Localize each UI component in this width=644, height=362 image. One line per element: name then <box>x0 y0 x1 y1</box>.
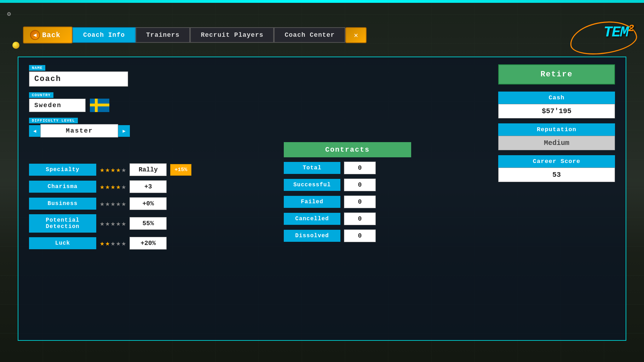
charisma-row: Charisma ★ ★ ★ ★ ★ +3 <box>29 180 284 193</box>
potential-detection-label: Potential Detection <box>29 214 96 233</box>
back-button[interactable]: ◀ Back <box>23 27 73 43</box>
reputation-block: Reputation Medium <box>498 123 615 150</box>
contract-dissolved-label: Dissolved <box>284 230 340 242</box>
potential-detection-row: Potential Detection ★ ★ ★ ★ ★ 55% <box>29 214 284 233</box>
contract-total-label: Total <box>284 162 340 174</box>
potential-detection-stars: ★ ★ ★ ★ ★ <box>100 219 126 228</box>
contract-failed-label: Failed <box>284 196 340 208</box>
back-label: Back <box>42 31 61 39</box>
potential-detection-value: 55% <box>130 217 167 230</box>
specialty-row: Specialty ★ ★ ★ ★ ★ Rally +15% <box>29 163 284 176</box>
career-score-block: Career Score 53 <box>498 155 615 182</box>
contract-successful-row: Successful 0 <box>284 179 418 191</box>
navbar: ◀ Back Coach Info Trainers Recruit Playe… <box>23 27 367 43</box>
reputation-value: Medium <box>498 136 615 150</box>
contract-cancelled-row: Cancelled 0 <box>284 212 418 225</box>
contract-failed-row: Failed 0 <box>284 195 418 208</box>
charisma-label: Charisma <box>29 181 96 193</box>
right-column: Retire Cash $57'195 Reputation Medium Ca… <box>498 64 615 187</box>
luck-value: +20% <box>130 237 167 250</box>
contract-failed-value: 0 <box>344 195 376 208</box>
main-panel: NAME COUNTRY DIFFICULTY LEVEL ◀ ▶ Specia… <box>18 57 626 341</box>
back-arrow-icon: ◀ <box>30 30 40 40</box>
flag-sweden <box>90 99 109 112</box>
career-score-value: 53 <box>498 168 615 182</box>
coach-name-input[interactable] <box>29 71 128 87</box>
reputation-label: Reputation <box>498 123 615 136</box>
difficulty-row: ◀ ▶ <box>29 124 160 138</box>
country-input[interactable] <box>29 99 86 112</box>
top-bar <box>0 0 644 3</box>
stats-section: Specialty ★ ★ ★ ★ ★ Rally +15% Charisma … <box>29 163 284 254</box>
contracts-header: Contracts <box>284 142 411 157</box>
career-score-label: Career Score <box>498 155 615 168</box>
specialty-bonus: +15% <box>170 164 191 176</box>
luck-label: Luck <box>29 237 96 249</box>
specialty-stars: ★ ★ ★ ★ ★ <box>100 165 126 175</box>
luck-row: Luck ★ ★ ★ ★ ★ +20% <box>29 237 284 250</box>
coach-info-section: NAME COUNTRY DIFFICULTY LEVEL ◀ ▶ <box>29 64 160 138</box>
logo-text: TEM <box>604 24 628 41</box>
logo: TEM2 <box>604 23 633 41</box>
difficulty-next-button[interactable]: ▶ <box>118 125 130 137</box>
cash-label: Cash <box>498 92 615 104</box>
business-stars: ★ ★ ★ ★ ★ <box>100 199 126 209</box>
specialty-label: Specialty <box>29 164 96 176</box>
contract-dissolved-value: 0 <box>344 229 376 242</box>
name-label: NAME <box>29 65 45 71</box>
contract-total-row: Total 0 <box>284 162 418 174</box>
logo-superscript: 2 <box>628 23 633 34</box>
charisma-value: +3 <box>130 180 167 193</box>
contracts-section: Contracts Total 0 Successful 0 Failed 0 … <box>284 142 418 246</box>
settings-icon[interactable]: ⚙ <box>7 10 11 18</box>
close-button[interactable]: ✕ <box>345 27 367 43</box>
charisma-stars: ★ ★ ★ ★ ★ <box>100 182 126 192</box>
business-label: Business <box>29 198 96 210</box>
tab-recruit-players[interactable]: Recruit Players <box>190 27 274 43</box>
cash-block: Cash $57'195 <box>498 92 615 118</box>
contract-successful-label: Successful <box>284 179 340 191</box>
contract-successful-value: 0 <box>344 179 376 191</box>
tab-trainers[interactable]: Trainers <box>136 27 190 43</box>
difficulty-input[interactable] <box>40 124 118 138</box>
retire-button[interactable]: Retire <box>498 64 615 84</box>
luck-stars: ★ ★ ★ ★ ★ <box>100 239 126 248</box>
difficulty-prev-button[interactable]: ◀ <box>29 125 40 137</box>
coin-icon <box>12 42 19 49</box>
contract-dissolved-row: Dissolved 0 <box>284 229 418 242</box>
contract-cancelled-value: 0 <box>344 212 376 225</box>
business-row: Business ★ ★ ★ ★ ★ +0% <box>29 197 284 210</box>
country-row <box>29 99 160 112</box>
specialty-value: Rally <box>130 163 167 176</box>
difficulty-label: DIFFICULTY LEVEL <box>29 118 78 123</box>
tab-coach-center[interactable]: Coach Center <box>274 27 345 43</box>
country-label: COUNTRY <box>29 92 53 98</box>
business-value: +0% <box>130 197 167 210</box>
cash-value: $57'195 <box>498 104 615 118</box>
tab-coach-info[interactable]: Coach Info <box>73 27 136 43</box>
contract-total-value: 0 <box>344 162 376 174</box>
contract-cancelled-label: Cancelled <box>284 213 340 225</box>
